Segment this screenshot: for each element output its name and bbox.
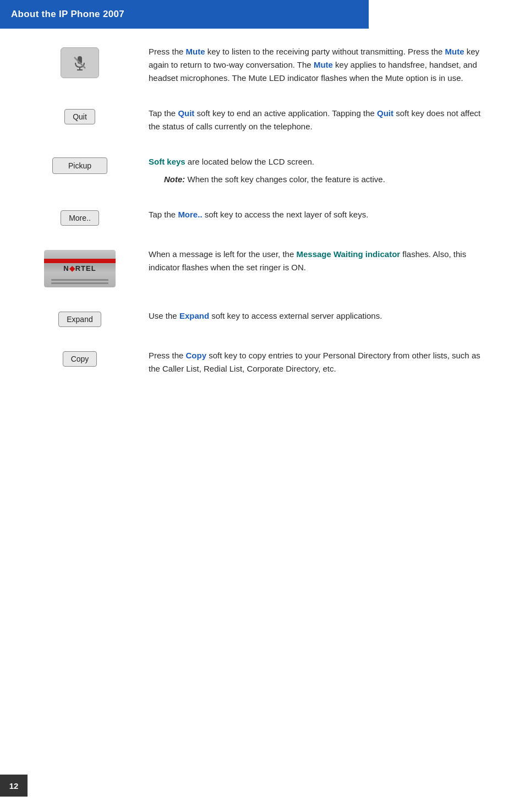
- mute-svg-icon: [71, 54, 89, 72]
- mute-keyword-2: Mute: [445, 47, 464, 56]
- row-copy: Copy Press the Copy soft key to copy ent…: [33, 349, 492, 375]
- more-button-icon: More..: [61, 210, 99, 226]
- nortel-label-text: N◆RTEL: [63, 264, 96, 273]
- note-block: Note: When the soft key changes color, t…: [149, 173, 492, 186]
- mute-description: Press the Mute key to listen to the rece…: [149, 45, 492, 85]
- quit-description: Tap the Quit soft key to end an active a…: [149, 107, 492, 133]
- quit-icon-cell: Quit: [33, 107, 127, 124]
- expand-button-icon: Expand: [58, 312, 101, 327]
- header-bar: About the IP Phone 2007: [0, 0, 369, 29]
- main-content: Press the Mute key to listen to the rece…: [0, 29, 525, 430]
- expand-keyword: Expand: [179, 311, 209, 320]
- nortel-device-icon: N◆RTEL: [44, 250, 116, 287]
- row-pickup: Pickup Soft keys are located below the L…: [33, 155, 492, 186]
- copy-button-icon: Copy: [63, 351, 97, 367]
- nortel-line-1: [51, 279, 108, 281]
- mute-icon: [61, 47, 99, 78]
- row-more: More.. Tap the More.. soft key to access…: [33, 208, 492, 226]
- expand-icon-cell: Expand: [33, 309, 127, 327]
- nortel-line-2: [51, 282, 108, 284]
- more-icon-cell: More..: [33, 208, 127, 226]
- mute-keyword-3: Mute: [314, 60, 333, 69]
- mute-keyword-1: Mute: [186, 47, 205, 56]
- pickup-description: Soft keys are located below the LCD scre…: [149, 155, 492, 186]
- nortel-description: When a message is left for the user, the…: [149, 248, 492, 274]
- page-number-text: 12: [9, 781, 19, 791]
- pickup-icon-cell: Pickup: [33, 155, 127, 174]
- nortel-body: N◆RTEL: [44, 250, 116, 287]
- pickup-button-icon: Pickup: [52, 157, 107, 174]
- more-description: Tap the More.. soft key to access the ne…: [149, 208, 492, 221]
- quit-button-icon: Quit: [64, 109, 95, 124]
- copy-keyword: Copy: [186, 351, 207, 360]
- mute-icon-cell: [33, 45, 127, 78]
- nortel-red-bar: [44, 259, 116, 263]
- row-quit: Quit Tap the Quit soft key to end an act…: [33, 107, 492, 133]
- quit-keyword-1: Quit: [178, 108, 194, 118]
- copy-description: Press the Copy soft key to copy entries …: [149, 349, 492, 375]
- more-keyword: More..: [178, 210, 202, 219]
- page-title: About the IP Phone 2007: [11, 9, 124, 20]
- nortel-icon-cell: N◆RTEL: [33, 248, 127, 287]
- expand-description: Use the Expand soft key to access extern…: [149, 309, 492, 323]
- message-waiting-keyword: Message Waiting indicator: [296, 249, 400, 259]
- row-expand: Expand Use the Expand soft key to access…: [33, 309, 492, 327]
- page-number: 12: [0, 775, 28, 797]
- note-label: Note:: [164, 175, 185, 184]
- row-mute: Press the Mute key to listen to the rece…: [33, 45, 492, 85]
- nortel-lines: [51, 279, 108, 284]
- copy-icon-cell: Copy: [33, 349, 127, 367]
- quit-keyword-2: Quit: [377, 108, 393, 118]
- soft-keys-keyword: Soft keys: [149, 157, 185, 166]
- row-nortel: N◆RTEL When a message is left for the us…: [33, 248, 492, 287]
